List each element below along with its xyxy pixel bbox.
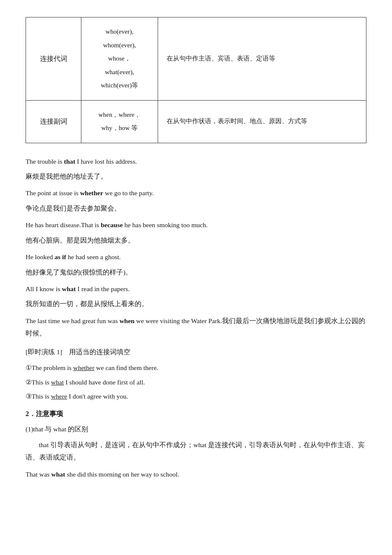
notes-title: 2．注意事项 — [26, 410, 366, 419]
table-row-adverb: 连接副词 when，where，why，how 等 在从句中作状语，表示时间、地… — [26, 100, 366, 143]
cell-adverb-words: when，where，why，how 等 — [81, 100, 158, 143]
exercise-block: [即时演练 1] 用适当的连接词填空 ①The problem is wheth… — [26, 346, 366, 403]
notes-section: 2．注意事项 (1)that 与 what 的区别 that 引导表语从句时，是… — [26, 410, 366, 481]
example-2-zh: 争论点是我们是否去参加聚会。 — [26, 202, 366, 214]
table-row-pronoun: 连接代词 who(ever),whom(ever),whose，what(eve… — [26, 17, 366, 101]
example-4-zh: 他好像见了鬼似的(很惊慌的样子)。 — [26, 266, 366, 278]
keyword-as-if: as if — [55, 253, 66, 260]
keyword-what-1: what — [62, 285, 76, 292]
examples-section: The trouble is that I have lost his addr… — [26, 155, 366, 340]
exercise-item-2: ②This is what I should have done first o… — [26, 376, 366, 388]
bracket-label: [即时演练 1] — [26, 348, 62, 356]
notes-body-1: that 引导表语从句时，是连词，在从句中不作成分；what 是连接代词，引导表… — [26, 439, 366, 464]
keyword-because: because — [101, 221, 123, 228]
exercise-item-3: ③This is where I don't agree with you. — [26, 390, 366, 402]
example-4-en: He looked as if he had seen a ghost. — [26, 251, 366, 263]
cell-pronoun-words: who(ever),whom(ever),whose，what(ever),wh… — [81, 17, 158, 101]
exercise-title: [即时演练 1] 用适当的连接词填空 — [26, 346, 366, 358]
cell-adverb-name: 连接副词 — [26, 100, 81, 143]
example-3-en: He has heart disease.That is because he … — [26, 219, 366, 231]
exercise-item-1: ①The problem is whether we can find them… — [26, 361, 366, 374]
example-2-en: The point at issue is whether we go to t… — [26, 187, 366, 199]
answer-where: where — [51, 393, 67, 400]
keyword-whether: whether — [80, 189, 103, 197]
example-5-en: All I know is what I read in the papers. — [26, 283, 366, 295]
example-3-zh: 他有心脏病。那是因为他抽烟太多。 — [26, 234, 366, 246]
notes-sub-1: (1)that 与 what 的区别 — [26, 423, 366, 435]
example-5-zh: 我所知道的一切，都是从报纸上看来的。 — [26, 298, 366, 310]
cell-adverb-desc: 在从句中作状语，表示时间、地点、原因、方式等 — [158, 100, 366, 143]
answer-what: what — [51, 379, 64, 386]
keyword-that-1: that — [64, 158, 75, 165]
example-1-en: The trouble is that I have lost his addr… — [26, 155, 366, 168]
keyword-when: when — [119, 317, 134, 324]
example-1-zh: 麻烦是我把他的地址丢了。 — [26, 170, 366, 182]
notes-example-en: That was what she did this morning on he… — [26, 468, 366, 480]
cell-pronoun-name: 连接代词 — [26, 17, 81, 101]
example-6-en: The last time we had great fun was when … — [26, 315, 366, 340]
keyword-what-2: what — [51, 471, 65, 478]
grammar-table: 连接代词 who(ever),whom(ever),whose，what(eve… — [26, 17, 366, 143]
answer-whether: whether — [73, 364, 95, 371]
cell-pronoun-desc: 在从句中作主语、宾语、表语、定语等 — [158, 17, 366, 101]
